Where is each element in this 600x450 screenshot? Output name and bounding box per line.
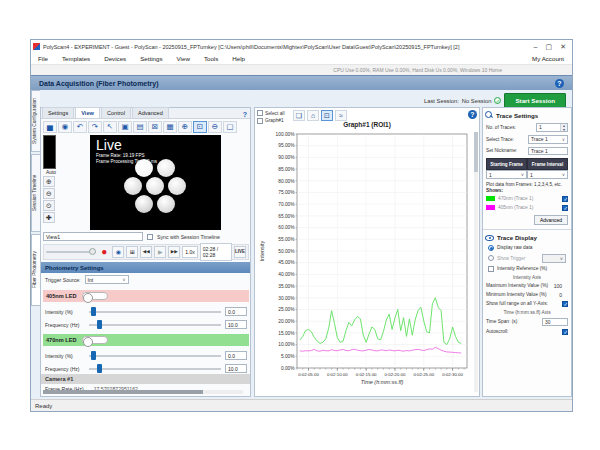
tab-settings[interactable]: Settings	[42, 107, 74, 118]
start-session-button[interactable]: Start Session	[504, 93, 566, 108]
svg-text:45.00%: 45.00%	[278, 260, 295, 265]
copy-icon[interactable]: ▣	[118, 121, 132, 133]
help-icon[interactable]: ?	[555, 79, 564, 88]
menu-item-view[interactable]: View	[170, 55, 197, 62]
led-405-toggle[interactable]	[82, 292, 108, 300]
led-405-frequency-value[interactable]: 10.0	[225, 320, 247, 329]
trigger-source-select[interactable]: Int∨	[85, 275, 129, 284]
tab-view[interactable]: View	[75, 107, 100, 118]
zoom-in-icon[interactable]: ⊕	[43, 176, 55, 187]
view-name-input[interactable]: View1	[43, 232, 143, 241]
play-button[interactable]: ▶	[154, 246, 166, 258]
camera-panel: SettingsViewControlAdvanced? ▅◉↶↷↖▣▤⊠▦⊕⊡…	[40, 107, 251, 397]
display-raw-radio[interactable]	[488, 245, 494, 251]
max-intensity-value[interactable]: 100	[554, 283, 568, 289]
nickname-input[interactable]: Trace 1	[528, 147, 568, 155]
show-trigger-radio[interactable]	[488, 255, 494, 261]
fast-forward-button[interactable]: ▶▶	[168, 246, 180, 258]
home-icon[interactable]: ⌂	[307, 110, 319, 121]
zoom-fit-icon[interactable]: ⊕	[178, 121, 192, 133]
select-icon[interactable]: ↖	[103, 121, 117, 133]
rewind-button[interactable]: ◀◀	[140, 246, 152, 258]
zoom-out-icon[interactable]: ⊖	[43, 188, 55, 199]
record-button[interactable]: ●	[98, 246, 110, 258]
time-span-label: Time Span: (s)	[486, 319, 517, 324]
status-text: Ready	[35, 403, 52, 409]
export-button[interactable]: ⊞	[126, 246, 138, 258]
autoscroll-checkbox[interactable]	[562, 329, 568, 335]
live-button[interactable]: LIVE	[234, 246, 246, 258]
timeline-slider[interactable]	[46, 251, 96, 253]
time-span-input[interactable]: 30	[542, 318, 568, 326]
full-range-checkbox[interactable]	[562, 301, 568, 307]
svg-text:60.00%: 60.00%	[278, 225, 295, 230]
minimize-icon[interactable]: –	[534, 43, 538, 51]
maximize-icon[interactable]: ▢	[546, 43, 553, 51]
menu-item-devices[interactable]: Devices	[97, 55, 133, 62]
fiber-core	[124, 177, 142, 195]
intensity-ref-checkbox[interactable]	[488, 266, 494, 272]
new-view-icon[interactable]: ❏	[293, 110, 305, 121]
histogram-icon[interactable]: ▅	[43, 121, 57, 133]
zoom-out-icon[interactable]: ⊖	[208, 121, 222, 133]
photometry-settings-header[interactable]: Photometry Settings	[41, 262, 250, 273]
trace-visible-checkbox[interactable]	[562, 205, 568, 211]
led-470-frequency-slider[interactable]	[89, 368, 221, 370]
svg-text:35.00%: 35.00%	[278, 284, 295, 289]
menu-item-file[interactable]: File	[31, 55, 55, 62]
advanced-button[interactable]: Advanced	[534, 215, 568, 225]
menu-item-settings[interactable]: Settings	[133, 55, 169, 62]
zoom-reset-icon[interactable]: ⊙	[43, 200, 55, 211]
display-icon[interactable]: ◉	[58, 121, 72, 133]
fiber-core	[146, 177, 164, 195]
led-470-label: 470nm LED	[46, 337, 76, 343]
side-tab-system-configuration[interactable]: System Configuration	[31, 90, 40, 152]
frame-interval-dropdown[interactable]: 1∨	[527, 170, 568, 179]
line-chart-icon[interactable]: ≈	[335, 110, 347, 121]
zoom-select-icon[interactable]: ⊡	[321, 110, 333, 121]
camera-help-icon[interactable]: ?	[243, 111, 247, 118]
paste-icon[interactable]: ▤	[133, 121, 147, 133]
select-trace-dropdown[interactable]: Trace 1∨	[528, 135, 568, 144]
led-405-frequency-slider[interactable]	[89, 324, 221, 326]
graph-help-icon[interactable]: ?	[468, 110, 477, 119]
histogram-slider[interactable]	[43, 135, 56, 169]
speed-value[interactable]: 1.0x	[182, 246, 197, 258]
select-all-checkbox[interactable]	[257, 110, 263, 116]
my-account-link[interactable]: My Account	[532, 55, 572, 62]
menu-item-templates[interactable]: Templates	[55, 55, 97, 62]
trace-display-header[interactable]: Trace Display	[483, 231, 571, 243]
side-tab-session-timeline[interactable]: Session Timeline	[31, 154, 40, 232]
sync-timeline-checkbox[interactable]	[147, 234, 153, 240]
tab-advanced[interactable]: Advanced	[132, 107, 169, 118]
trigger-dropdown[interactable]: ∨	[542, 254, 566, 263]
led-405-intensity-slider[interactable]	[89, 311, 221, 313]
led-470-frequency-value[interactable]: 10.0	[225, 364, 247, 373]
menu-item-tools[interactable]: Tools	[197, 55, 225, 62]
led-405-intensity-value[interactable]: 0.0	[225, 307, 247, 316]
rotate-right-icon[interactable]: ↷	[88, 121, 102, 133]
trace-settings-header[interactable]: Trace Settings	[483, 108, 571, 121]
close-icon[interactable]: ✕	[560, 43, 566, 51]
snapshot-button[interactable]: ◉	[112, 246, 124, 258]
grid-icon[interactable]: ▦	[163, 121, 177, 133]
rotate-left-icon[interactable]: ↶	[73, 121, 87, 133]
pan-hand-icon[interactable]: ✚	[43, 212, 55, 223]
zoom-region-icon[interactable]: ⊡	[193, 121, 207, 133]
side-tab-fiber-photometry[interactable]: Fiber Photometry	[31, 234, 40, 306]
screen-icon[interactable]: ▢	[223, 121, 237, 133]
live-video-view[interactable]: Live Frame Rate: 19.19 FPS Frame Process…	[90, 135, 221, 230]
led-470-intensity-slider[interactable]	[89, 355, 221, 357]
led-470-toggle[interactable]	[82, 336, 108, 344]
clear-icon[interactable]: ⊠	[148, 121, 162, 133]
svg-text:Intensity: Intensity	[259, 241, 265, 262]
starting-frame-dropdown[interactable]: 1∨	[486, 170, 527, 179]
min-intensity-value[interactable]: 0	[559, 292, 568, 298]
menu-item-help[interactable]: Help	[225, 55, 252, 62]
graph-vertical-scrollbar[interactable]	[474, 132, 478, 392]
tab-control[interactable]: Control	[101, 107, 131, 118]
led-470-intensity-value[interactable]: 0.0	[225, 351, 247, 360]
trace-visible-checkbox[interactable]	[562, 196, 568, 202]
horizontal-scrollbar[interactable]	[43, 390, 243, 394]
num-traces-stepper[interactable]: 1 ▲▼	[536, 123, 568, 132]
